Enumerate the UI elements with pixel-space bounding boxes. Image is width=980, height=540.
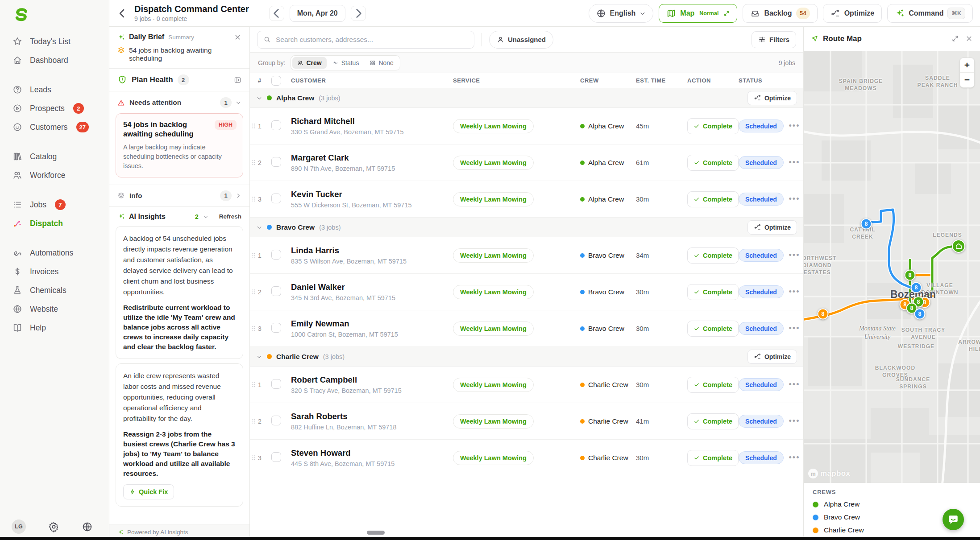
sidebar-item-dashboard[interactable]: Dashboard	[0, 51, 109, 70]
complete-button[interactable]: Complete	[687, 413, 739, 429]
row-menu-button[interactable]: •••	[785, 453, 803, 462]
group-optimize-button[interactable]: Optimize	[747, 91, 797, 105]
group-by-option-crew[interactable]: Crew	[292, 57, 326, 69]
quick-fix-button[interactable]: Quick Fix	[123, 484, 174, 499]
select-all-checkbox[interactable]	[271, 76, 281, 86]
command-button[interactable]: Command ⌘K	[887, 4, 973, 23]
avatar[interactable]: LG	[12, 519, 26, 534]
refresh-button[interactable]: Refresh	[219, 213, 241, 220]
info-row[interactable]: Info 1	[109, 185, 249, 207]
expand-icon[interactable]	[951, 35, 959, 42]
drag-handle[interactable]	[250, 195, 257, 203]
gear-icon[interactable]	[48, 521, 59, 532]
row-menu-button[interactable]: •••	[785, 380, 803, 389]
sidebar-item-automations[interactable]: Automations	[0, 243, 109, 262]
sidebar-item-customers[interactable]: Customers27	[0, 118, 109, 136]
complete-button[interactable]: Complete	[687, 321, 739, 337]
map-marker-stop-bravo[interactable]: 8	[861, 218, 872, 229]
sidebar-item-catalog[interactable]: Catalog	[0, 147, 109, 166]
filters-button[interactable]: Filters	[752, 31, 796, 48]
group-header-charlie-crew[interactable]: Charlie Crew(3 jobs)Optimize	[250, 347, 803, 367]
sidebar-item-chemicals[interactable]: Chemicals	[0, 281, 109, 300]
drag-handle[interactable]	[250, 325, 257, 332]
drag-handle[interactable]	[250, 159, 257, 166]
needs-attention-row[interactable]: Needs attention 1	[109, 91, 249, 111]
date-button[interactable]: Mon, Apr 20	[290, 5, 345, 22]
complete-button[interactable]: Complete	[687, 284, 739, 300]
zoom-in-button[interactable]: +	[960, 58, 974, 73]
sidebar-item-jobs[interactable]: Jobs7	[0, 195, 109, 214]
ai-insights-title: AI Insights	[129, 213, 166, 221]
status-badge: Scheduled	[739, 156, 784, 169]
drag-handle[interactable]	[250, 454, 257, 462]
map-canvas[interactable]: + − m mapbox SPAIN BRIDGE MEADOWSSADDLE …	[804, 51, 980, 483]
back-button[interactable]	[116, 7, 129, 20]
row-checkbox[interactable]	[271, 452, 281, 462]
row-checkbox[interactable]	[271, 286, 281, 296]
row-menu-button[interactable]: •••	[785, 416, 803, 426]
map-marker-stop-bravo[interactable]: 8	[911, 282, 922, 293]
row-menu-button[interactable]: •••	[785, 158, 803, 167]
sidebar-item-today-s-list[interactable]: Today's List	[0, 32, 109, 51]
complete-button[interactable]: Complete	[687, 450, 739, 466]
alert-card[interactable]: 54 jobs in backlog awaiting scheduling H…	[116, 113, 243, 177]
map-marker-stop-charlie[interactable]: 8	[818, 308, 829, 319]
globe-icon[interactable]	[82, 521, 93, 532]
sidebar-item-help[interactable]: Help	[0, 318, 109, 337]
row-checkbox[interactable]	[271, 379, 281, 389]
drag-handle[interactable]	[250, 381, 257, 388]
row-menu-button[interactable]: •••	[785, 287, 803, 297]
map-marker-stop-bravo[interactable]: 8	[914, 308, 926, 319]
mapbox-attribution[interactable]: m mapbox	[808, 469, 850, 478]
complete-button[interactable]: Complete	[687, 191, 739, 207]
row-menu-button[interactable]: •••	[785, 251, 803, 260]
row-checkbox[interactable]	[271, 157, 281, 167]
sidebar-item-workforce[interactable]: Workforce	[0, 166, 109, 185]
drag-handle[interactable]	[250, 288, 257, 296]
row-checkbox[interactable]	[271, 250, 281, 260]
complete-button[interactable]: Complete	[687, 247, 739, 264]
sidebar-item-leads[interactable]: Leads	[0, 80, 109, 99]
sidebar-item-prospects[interactable]: Prospects2	[0, 99, 109, 118]
sidebar-item-invoices[interactable]: Invoices	[0, 262, 109, 281]
chevron-down-icon[interactable]	[203, 214, 209, 220]
close-icon[interactable]	[234, 33, 241, 41]
collapse-panel-icon[interactable]	[234, 76, 241, 84]
group-by-option-none[interactable]: None	[365, 57, 398, 69]
row-checkbox[interactable]	[271, 120, 281, 130]
group-header-alpha-crew[interactable]: Alpha Crew(3 jobs)Optimize	[250, 88, 803, 108]
group-optimize-button[interactable]: Optimize	[747, 350, 797, 364]
zoom-out-button[interactable]: −	[960, 73, 974, 87]
date-next-button[interactable]	[351, 6, 366, 21]
backlog-button[interactable]: Backlog 54	[743, 4, 817, 23]
optimize-button[interactable]: Optimize	[823, 4, 882, 23]
date-prev-button[interactable]	[269, 6, 284, 21]
sidebar-item-dispatch[interactable]: Dispatch	[0, 214, 109, 233]
drag-handle[interactable]	[250, 251, 257, 259]
language-select[interactable]: English	[589, 4, 654, 23]
row-checkbox[interactable]	[271, 416, 281, 425]
complete-button[interactable]: Complete	[687, 155, 739, 171]
unassigned-button[interactable]: Unassigned	[489, 31, 553, 49]
search-input[interactable]	[275, 35, 468, 44]
group-header-bravo-crew[interactable]: Bravo Crew(3 jobs)Optimize	[250, 218, 803, 237]
row-checkbox[interactable]	[271, 323, 281, 333]
complete-button[interactable]: Complete	[687, 377, 739, 393]
sidebar-item-website[interactable]: Website	[0, 300, 109, 318]
drag-handle[interactable]	[250, 417, 257, 425]
horizontal-scrollbar[interactable]	[367, 531, 385, 535]
map-marker-stop-alpha[interactable]: 8	[905, 269, 916, 280]
group-optimize-button[interactable]: Optimize	[747, 220, 797, 235]
row-menu-button[interactable]: •••	[785, 324, 803, 333]
drag-handle[interactable]	[250, 122, 257, 130]
row-checkbox[interactable]	[271, 194, 281, 203]
group-by-option-status[interactable]: Status	[328, 57, 364, 69]
map-marker-home-alpha[interactable]	[952, 239, 965, 253]
map-toggle-button[interactable]: Map Normal	[659, 4, 737, 23]
row-menu-button[interactable]: •••	[785, 194, 803, 204]
legend-row-alpha-crew: Alpha Crew	[813, 500, 971, 508]
row-menu-button[interactable]: •••	[785, 121, 803, 131]
chat-fab-button[interactable]	[943, 509, 964, 530]
complete-button[interactable]: Complete	[687, 118, 739, 134]
close-icon[interactable]	[965, 35, 973, 42]
